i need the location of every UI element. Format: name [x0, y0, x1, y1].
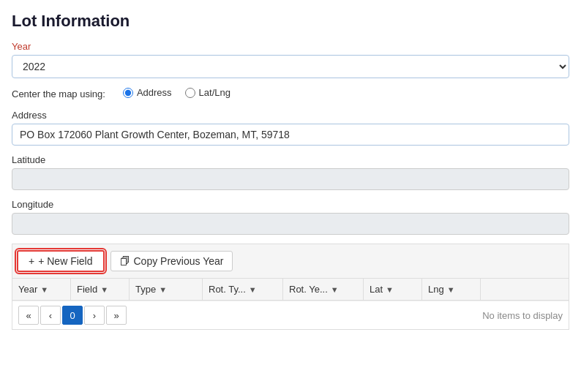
latitude-label: Latitude: [12, 154, 569, 165]
prev-page-button[interactable]: ‹: [40, 306, 61, 325]
page-title: Lot Information: [12, 12, 569, 31]
latlng-radio-label: Lat/Lng: [199, 87, 230, 98]
field-filter-icon[interactable]: ▼: [100, 285, 108, 294]
col-field-label: Field: [77, 284, 97, 295]
rot-year-filter-icon[interactable]: ▼: [331, 285, 339, 294]
copy-previous-year-label: Copy Previous Year: [134, 255, 224, 267]
col-rot-year-label: Rot. Ye...: [289, 284, 328, 295]
new-field-label: + New Field: [38, 255, 92, 267]
latitude-input[interactable]: [12, 168, 569, 190]
col-empty: [481, 279, 569, 300]
lat-filter-icon[interactable]: ▼: [386, 285, 394, 294]
data-grid: Year ▼ Field ▼ Type ▼ Rot. Ty... ▼ Rot. …: [12, 278, 569, 330]
current-page-button[interactable]: 0: [62, 306, 83, 325]
map-center-group: Center the map using: Address Lat/Lng: [12, 87, 569, 101]
address-input[interactable]: [12, 124, 569, 146]
lng-filter-icon[interactable]: ▼: [447, 285, 455, 294]
longitude-label: Longitude: [12, 199, 569, 210]
col-field[interactable]: Field ▼: [71, 279, 130, 300]
col-lat-label: Lat: [370, 284, 383, 295]
last-page-button[interactable]: »: [106, 306, 127, 325]
next-page-button[interactable]: ›: [84, 306, 105, 325]
rot-type-filter-icon[interactable]: ▼: [249, 285, 257, 294]
grid-footer: « ‹ 0 › » No items to display: [12, 301, 569, 329]
address-radio-label: Address: [137, 87, 172, 98]
col-rot-type-label: Rot. Ty...: [209, 284, 246, 295]
year-filter-icon[interactable]: ▼: [40, 285, 48, 294]
col-type[interactable]: Type ▼: [130, 279, 203, 300]
year-group: Year 2022 2021 2020 2019: [12, 41, 569, 78]
col-lat[interactable]: Lat ▼: [364, 279, 422, 300]
longitude-group: Longitude: [12, 199, 569, 235]
plus-icon: +: [29, 255, 34, 267]
col-type-label: Type: [135, 284, 156, 295]
col-rot-type[interactable]: Rot. Ty... ▼: [203, 279, 283, 300]
col-lng-label: Lng: [428, 284, 444, 295]
toolbar: + + New Field 🗍 Copy Previous Year: [12, 244, 569, 278]
copy-previous-year-button[interactable]: 🗍 Copy Previous Year: [110, 251, 233, 271]
address-radio[interactable]: [123, 88, 133, 98]
col-rot-year[interactable]: Rot. Ye... ▼: [283, 279, 364, 300]
year-select[interactable]: 2022 2021 2020 2019: [12, 55, 569, 78]
new-field-button[interactable]: + + New Field: [17, 250, 105, 272]
grid-header: Year ▼ Field ▼ Type ▼ Rot. Ty... ▼ Rot. …: [12, 279, 569, 301]
copy-icon: 🗍: [120, 255, 130, 267]
address-label: Address: [12, 110, 569, 121]
type-filter-icon[interactable]: ▼: [159, 285, 167, 294]
col-year[interactable]: Year ▼: [12, 279, 71, 300]
col-lng[interactable]: Lng ▼: [422, 279, 481, 300]
latitude-group: Latitude: [12, 154, 569, 190]
address-group: Address: [12, 110, 569, 146]
first-page-button[interactable]: «: [18, 306, 39, 325]
latlng-radio-option[interactable]: Lat/Lng: [185, 87, 230, 98]
year-label: Year: [12, 41, 569, 52]
latlng-radio[interactable]: [185, 88, 195, 98]
longitude-input[interactable]: [12, 213, 569, 235]
col-year-label: Year: [18, 284, 37, 295]
no-items-text: No items to display: [482, 310, 563, 321]
pagination: « ‹ 0 › »: [18, 306, 127, 325]
map-center-label: Center the map using:: [12, 88, 105, 99]
address-radio-option[interactable]: Address: [123, 87, 172, 98]
